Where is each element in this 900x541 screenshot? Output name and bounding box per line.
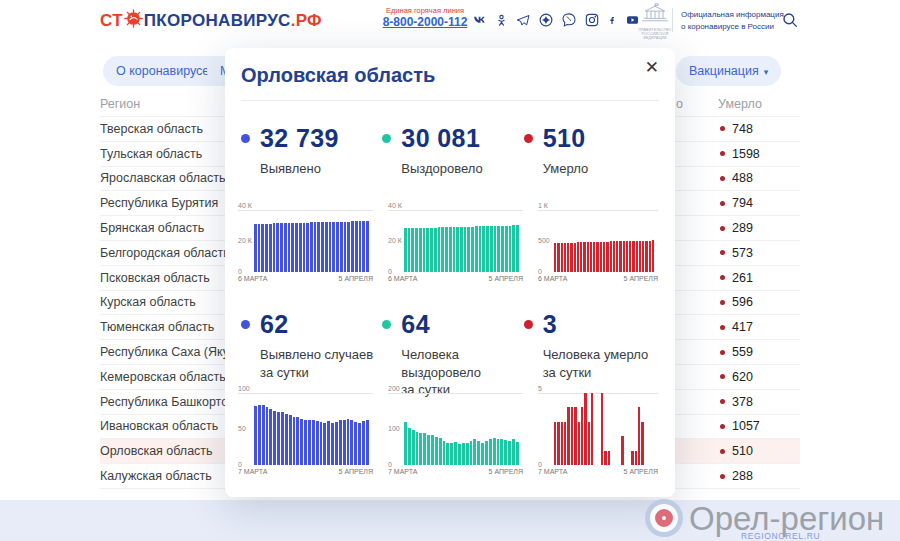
bar	[439, 438, 442, 465]
deaths-cell: 488	[720, 171, 753, 185]
bar	[296, 417, 299, 465]
bar	[430, 228, 433, 272]
stat-block: 30 081Выздоровело	[382, 124, 523, 178]
search-icon[interactable]	[781, 11, 799, 33]
bar	[304, 420, 307, 465]
x-start-label: 6 МАРТА	[238, 275, 267, 282]
death-dot-icon	[720, 151, 725, 156]
government-building-icon	[637, 10, 673, 27]
chevron-down-icon	[764, 65, 769, 78]
bar	[574, 243, 576, 273]
chart-deaths-daily: 507 МАРТА5 АПРЕЛЯ	[538, 381, 658, 475]
chart-recovered-daily: 20010007 МАРТА5 АПРЕЛЯ	[388, 381, 523, 475]
bar	[481, 443, 484, 465]
bar	[327, 421, 330, 465]
bar	[516, 225, 519, 272]
stat-value: 62	[260, 310, 289, 339]
bar	[335, 422, 338, 465]
deaths-cell: 288	[720, 469, 753, 483]
nav-tab-2[interactable]: Вакцинация	[676, 56, 781, 86]
x-end-label: 5 АПРЕЛЯ	[624, 275, 658, 282]
bar	[254, 224, 257, 272]
hotline-phone-link[interactable]: 8-800-2000-112	[380, 15, 470, 29]
death-dot-icon	[720, 399, 725, 404]
column-header-deaths[interactable]: Умерло	[718, 97, 762, 111]
watermark-name: Орел-регион REGIONOREL.RU	[689, 502, 884, 535]
bar	[567, 407, 569, 465]
deaths-value: 417	[732, 320, 753, 334]
bar	[636, 241, 638, 272]
deaths-value: 794	[732, 196, 753, 210]
bar	[462, 443, 465, 465]
bar	[512, 439, 515, 465]
watermark: Орел-регион REGIONOREL.RU	[645, 499, 884, 537]
column-header-region[interactable]: Регион	[100, 97, 140, 111]
region-name: Псковская область	[100, 271, 210, 285]
instagram-icon[interactable]	[584, 12, 600, 28]
death-dot-icon	[720, 201, 725, 206]
bar	[588, 422, 590, 465]
deaths-value: 748	[732, 122, 753, 136]
bar	[453, 227, 456, 272]
bar	[258, 224, 261, 272]
bar	[427, 435, 430, 465]
bar	[323, 423, 326, 465]
deaths-cell: 748	[720, 122, 753, 136]
viber-icon[interactable]	[561, 12, 577, 28]
bar	[638, 407, 640, 465]
bars	[254, 210, 369, 272]
bar	[574, 407, 576, 465]
bar	[343, 420, 346, 465]
bar	[358, 423, 361, 465]
bar	[516, 442, 519, 465]
x-start-label: 7 МАРТА	[238, 468, 267, 475]
x-start-label: 6 МАРТА	[538, 275, 567, 282]
bar	[623, 241, 625, 272]
death-dot-icon	[720, 374, 725, 379]
facebook-icon[interactable]	[607, 12, 617, 28]
region-name: Брянская область	[100, 221, 204, 235]
close-icon[interactable]: ✕	[645, 57, 659, 78]
death-dot-icon	[720, 424, 725, 429]
bar	[415, 228, 418, 272]
stat-label: Выздоровело	[401, 160, 523, 178]
bar	[261, 224, 264, 272]
bar	[321, 222, 324, 272]
bar	[601, 393, 603, 465]
bar	[490, 226, 493, 272]
vk-icon[interactable]	[472, 13, 488, 27]
bar	[578, 422, 580, 465]
bar	[269, 409, 272, 465]
bar	[596, 242, 598, 272]
bar	[299, 223, 302, 272]
site-logo[interactable]: СТ ПКОРОНАВИРУС .РФ	[100, 9, 322, 33]
ok-icon[interactable]	[495, 13, 508, 28]
total-stats-row: 32 739Выявлено30 081Выздоровело510Умерло	[241, 124, 665, 178]
bar	[359, 221, 362, 272]
bar	[610, 241, 612, 272]
zen-icon[interactable]	[538, 12, 554, 28]
bar	[295, 223, 298, 272]
bar	[501, 226, 504, 272]
death-dot-icon	[720, 176, 725, 181]
region-name: Белгородская область	[100, 246, 230, 260]
deaths-value: 1598	[732, 147, 760, 161]
bar	[616, 241, 618, 272]
x-end-label: 5 АПРЕЛЯ	[489, 468, 523, 475]
telegram-icon[interactable]	[515, 13, 531, 28]
y-tick-label: 0	[238, 461, 242, 468]
deaths-value: 510	[732, 444, 753, 458]
stat-label: Выявлено случаевза сутки	[260, 346, 382, 381]
bar	[306, 223, 309, 272]
x-end-label: 5 АПРЕЛЯ	[489, 275, 523, 282]
bar	[561, 243, 563, 272]
bar	[581, 407, 583, 465]
bar	[354, 422, 357, 465]
chart-recovered-total: 40 К20 К06 МАРТА5 АПРЕЛЯ	[388, 198, 523, 282]
bar	[590, 242, 592, 272]
bar	[336, 222, 339, 272]
y-tick-label: 1 К	[538, 202, 548, 209]
bar	[606, 242, 608, 272]
bar	[412, 430, 415, 465]
bar	[486, 226, 489, 272]
